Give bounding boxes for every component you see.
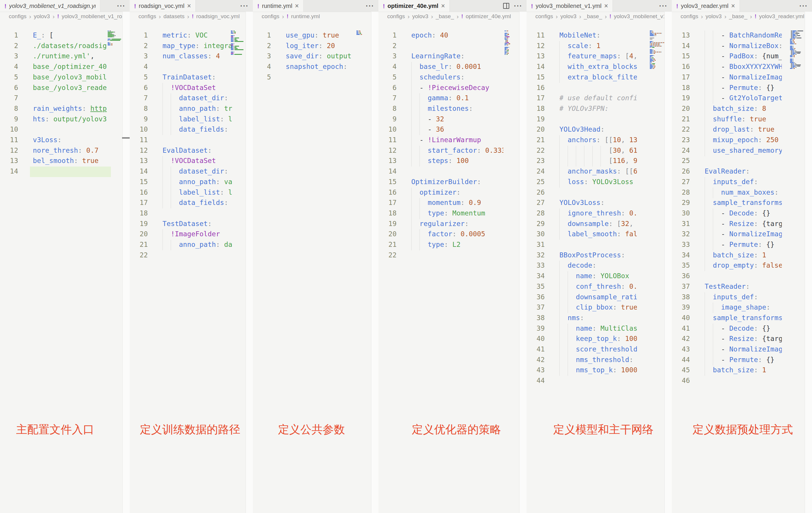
minimap-mark [658, 52, 659, 53]
token: anno_path [179, 104, 216, 112]
code-tokens: # YOLOv3FPN: [559, 104, 609, 112]
code-tokens: steps: 100 [411, 157, 469, 164]
code-line: 6 !VOCDataSet [130, 83, 253, 93]
scrollbar-overview-ruler[interactable] [245, 12, 253, 513]
line-number: 29 [527, 220, 545, 228]
code-line: 22 [130, 250, 253, 261]
token: , [629, 220, 637, 228]
token: : [621, 282, 629, 290]
minimap-mark [234, 54, 242, 55]
token: : [216, 104, 224, 112]
minimap-mark [233, 43, 234, 44]
minimap-mark [231, 53, 233, 54]
minimap[interactable] [108, 30, 122, 47]
token: batch_size [713, 366, 754, 374]
token [163, 230, 171, 238]
token: save_dir [286, 52, 319, 60]
code-line-text: EvalReader: [705, 167, 782, 177]
code-line-text: YOLOv3Loss: [559, 198, 637, 208]
minimap-mark [504, 54, 505, 55]
code-line-text [559, 240, 637, 250]
token: OptimizerBuilder [411, 178, 477, 186]
code-line-text: - Permute: {} [705, 355, 782, 366]
minimap[interactable] [356, 30, 371, 36]
line-number: 12 [0, 147, 18, 154]
token: : [746, 282, 750, 290]
minimap-mark [653, 55, 654, 56]
minimap-mark [650, 43, 651, 44]
minimap-mark [233, 30, 233, 31]
code-line: 16 optimizer: [378, 188, 527, 198]
minimap-mark [658, 44, 659, 46]
code-line: 33 - Permute: {} [672, 240, 812, 250]
minimap-mark [233, 52, 234, 53]
minimap[interactable] [504, 30, 519, 56]
token: BBoxPostProcess [559, 251, 621, 259]
token: : [758, 84, 766, 91]
token: - [411, 84, 428, 91]
minimap-mark [794, 55, 795, 56]
minimap-mark [656, 43, 657, 44]
token [705, 104, 713, 112]
minimap-mark [656, 46, 657, 47]
minimap[interactable] [650, 30, 664, 70]
code-line: 21 type: L2 [378, 240, 527, 250]
line-number: 40 [527, 335, 545, 342]
minimap-mark [794, 56, 795, 57]
code-tokens: LearningRate: [411, 52, 465, 60]
token: , [625, 157, 633, 164]
line-number: 6 [130, 84, 148, 91]
minimap-mark [796, 30, 798, 31]
minimap-mark [650, 41, 652, 42]
minimap-mark [235, 48, 238, 49]
scrollbar-overview-ruler[interactable] [805, 12, 812, 513]
minimap-mark [790, 59, 792, 60]
code-line-text: E_: [ [33, 30, 107, 41]
minimap-mark [506, 51, 506, 51]
minimap-mark [506, 30, 507, 31]
overview-ruler-marker [122, 137, 130, 139]
code-line-text: OptimizerBuilder: [411, 177, 503, 188]
code-line: 8 anno_path: train.txt [130, 104, 253, 114]
minimap-mark [655, 42, 656, 43]
minimap-mark [661, 46, 662, 47]
minimap-mark [234, 30, 235, 31]
token: TestDataset [163, 220, 208, 228]
scrollbar-overview-ruler[interactable] [122, 12, 130, 513]
token: Permute [729, 356, 758, 363]
token: decode [568, 262, 592, 269]
code-line-text: epoch: 40 [411, 30, 503, 41]
minimap[interactable] [231, 30, 245, 56]
token [163, 241, 179, 248]
code-line: 26EvalReader: [672, 167, 812, 177]
token [559, 325, 576, 332]
code-tokens: momentum: 0.9 [411, 199, 481, 206]
scrollbar-overview-ruler[interactable] [371, 12, 378, 513]
line-number: 33 [527, 262, 545, 269]
code-tokens: optimizer: [411, 188, 461, 196]
minimap-mark [360, 34, 361, 35]
line-number: 27 [672, 178, 690, 186]
code-tokens: downsample_ratio: 32 [559, 293, 637, 301]
minimap-line [108, 46, 122, 47]
token: true [750, 115, 766, 123]
line-number: 15 [672, 52, 690, 60]
code-tokens: scale: 1 [559, 42, 601, 50]
minimap-mark [231, 36, 233, 37]
token [163, 188, 179, 196]
minimap[interactable] [790, 30, 804, 70]
token: {} [766, 356, 775, 363]
scrollbar-overview-ruler[interactable] [664, 12, 672, 513]
token: loss [568, 178, 584, 186]
scrollbar-overview-ruler[interactable] [519, 12, 527, 513]
line-number: 34 [672, 251, 690, 259]
token: BatchRandomResize [729, 31, 782, 39]
code-line: 13 steps: 100 [378, 156, 527, 167]
code-line-text: base_/yolov3_reader.yml', [33, 83, 107, 93]
code-line-text [33, 167, 107, 177]
token: [ [609, 147, 613, 154]
minimap-mark [650, 49, 652, 50]
minimap-mark [651, 44, 652, 46]
code-tokens: factor: 0.0005 [411, 230, 485, 238]
token: Permute [729, 84, 758, 91]
